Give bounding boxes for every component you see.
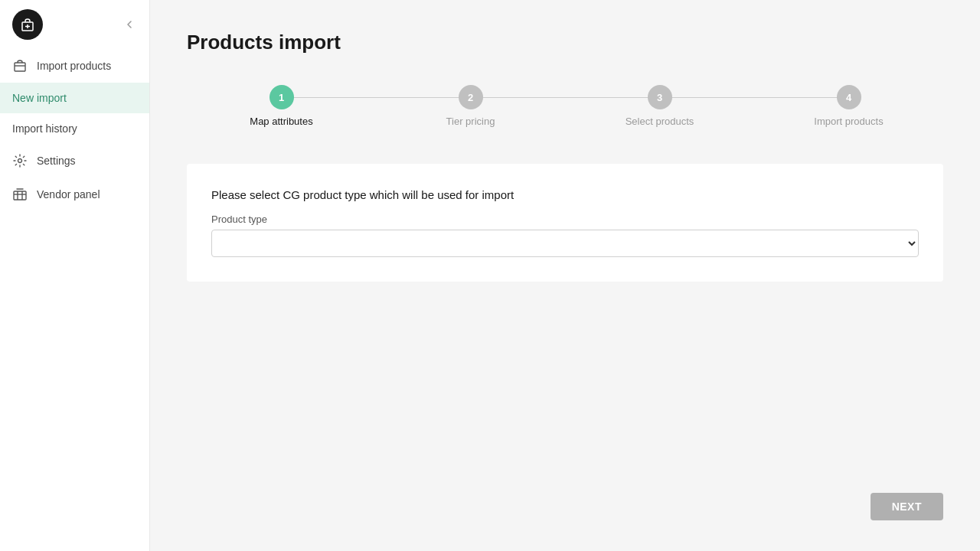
sidebar-item-label: Vendor panel bbox=[37, 188, 100, 201]
sidebar: Import products New import Import histor… bbox=[0, 0, 150, 551]
sidebar-nav: Import products New import Import histor… bbox=[0, 49, 149, 551]
step-label-1: Map attributes bbox=[250, 116, 312, 127]
collapse-button[interactable] bbox=[122, 17, 137, 32]
product-type-select[interactable] bbox=[211, 230, 919, 257]
vendor-icon bbox=[12, 187, 28, 202]
step-circle-3: 3 bbox=[648, 85, 672, 109]
next-button[interactable]: NEXT bbox=[871, 493, 943, 520]
step-1: 1 Map attributes bbox=[187, 85, 376, 127]
sidebar-item-import-products[interactable]: Import products bbox=[0, 49, 149, 83]
step-2: 2 Tier pricing bbox=[376, 85, 565, 127]
sidebar-header bbox=[0, 0, 149, 49]
product-type-label: Product type bbox=[211, 214, 919, 225]
sidebar-item-vendor-panel[interactable]: Vendor panel bbox=[0, 178, 149, 211]
step-label-2: Tier pricing bbox=[446, 116, 495, 127]
box-icon bbox=[12, 58, 28, 73]
sidebar-item-label: Import history bbox=[12, 122, 77, 135]
sidebar-item-settings[interactable]: Settings bbox=[0, 144, 149, 178]
sidebar-item-label: New import bbox=[12, 92, 67, 104]
sidebar-item-label: Import products bbox=[37, 60, 111, 72]
svg-rect-6 bbox=[14, 191, 26, 200]
svg-point-5 bbox=[18, 159, 22, 163]
sidebar-item-import-history[interactable]: Import history bbox=[0, 113, 149, 144]
sidebar-item-label: Settings bbox=[37, 155, 76, 167]
step-circle-1: 1 bbox=[270, 85, 294, 109]
step-circle-4: 4 bbox=[837, 85, 861, 109]
footer-actions: NEXT bbox=[150, 493, 980, 551]
step-circle-2: 2 bbox=[459, 85, 483, 109]
step-3: 3 Select products bbox=[565, 85, 754, 127]
page-title: Products import bbox=[187, 31, 943, 54]
sidebar-item-new-import[interactable]: New import bbox=[0, 83, 149, 113]
main-content-area: Products import 1 Map attributes 2 Tier … bbox=[150, 0, 980, 551]
settings-icon bbox=[12, 153, 28, 168]
step-label-4: Import products bbox=[814, 116, 883, 127]
step-4: 4 Import products bbox=[754, 85, 943, 127]
svg-rect-3 bbox=[15, 63, 25, 71]
stepper: 1 Map attributes 2 Tier pricing 3 Select… bbox=[187, 85, 943, 127]
app-logo bbox=[12, 9, 43, 40]
form-section-title: Please select CG product type which will… bbox=[211, 188, 919, 201]
form-section: Please select CG product type which will… bbox=[187, 164, 943, 282]
step-label-3: Select products bbox=[626, 116, 694, 127]
